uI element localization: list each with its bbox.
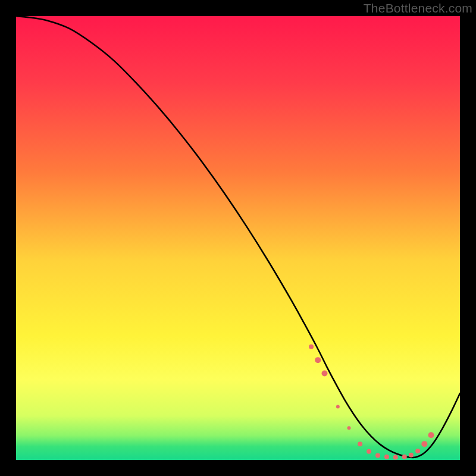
marker-dot (367, 449, 371, 454)
marker-dot (421, 441, 427, 447)
chart-frame (16, 16, 460, 460)
marker-dot (415, 449, 420, 453)
bottleneck-chart (16, 16, 460, 460)
marker-dot (347, 426, 351, 430)
gradient-background (16, 16, 460, 460)
marker-dot (358, 441, 362, 446)
marker-dot (393, 455, 398, 460)
marker-dot (315, 357, 321, 363)
marker-dot (402, 455, 407, 459)
marker-dot (309, 345, 314, 349)
marker-dot (409, 453, 414, 458)
marker-dot (375, 453, 380, 458)
marker-dot (336, 405, 340, 408)
marker-dot (384, 455, 389, 459)
watermark-text: TheBottleneck.com (364, 1, 472, 15)
marker-dot (428, 432, 434, 438)
marker-dot (321, 371, 327, 377)
